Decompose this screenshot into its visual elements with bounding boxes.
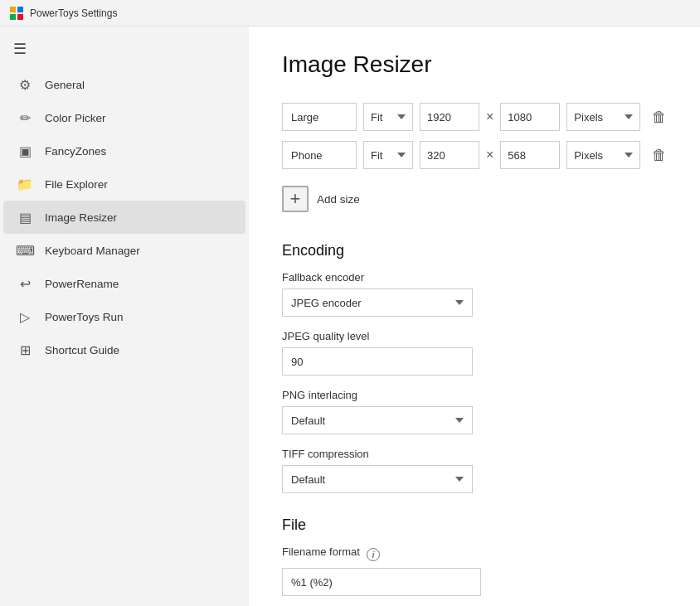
sidebar-item-general[interactable]: ⚙General <box>3 68 245 101</box>
size-height-input-0[interactable] <box>500 103 560 131</box>
fallback-encoder-label: Fallback encoder <box>282 271 667 284</box>
size-height-input-1[interactable] <box>500 141 560 169</box>
sidebar-label-general: General <box>45 79 85 91</box>
size-x-label-0: × <box>486 109 493 124</box>
sidebar-icon-power-rename: ↩ <box>17 275 33 292</box>
sidebar-item-color-picker[interactable]: ✏Color Picker <box>3 101 245 134</box>
sidebar-label-color-picker: Color Picker <box>45 112 106 124</box>
titlebar: PowerToys Settings <box>0 0 700 27</box>
png-interlacing-group: PNG interlacing Default On Off <box>282 389 667 434</box>
sidebar-label-power-rename: PowerRename <box>45 278 119 290</box>
sidebar-icon-general: ⚙ <box>17 76 33 93</box>
svg-rect-3 <box>17 14 23 20</box>
tiff-compression-label: TIFF compression <box>282 448 667 460</box>
add-size-plus-icon: + <box>282 186 309 212</box>
size-name-input-1[interactable] <box>282 141 357 169</box>
sidebar-item-file-explorer[interactable]: 📁File Explorer <box>3 167 245 201</box>
svg-rect-2 <box>10 14 16 20</box>
file-section: File Filename format i Use original date… <box>282 516 667 606</box>
sidebar-icon-file-explorer: 📁 <box>17 176 33 192</box>
size-fit-select-0[interactable]: FillFitStretchTouch <box>363 103 413 131</box>
size-name-input-0[interactable] <box>282 103 357 131</box>
filename-format-info-icon[interactable]: i <box>367 548 380 561</box>
sidebar-label-file-explorer: File Explorer <box>45 178 108 191</box>
size-unit-select-1[interactable]: PixelsCentimetersInchesPercent <box>566 141 640 169</box>
file-section-title: File <box>282 516 667 534</box>
encoding-section-title: Encoding <box>282 242 667 259</box>
tiff-compression-select[interactable]: Default On Off <box>282 465 473 493</box>
size-row: FillFitStretchTouch × PixelsCentimetersI… <box>282 103 667 131</box>
titlebar-title: PowerToys Settings <box>30 7 117 19</box>
sidebar-item-image-resizer[interactable]: ▤Image Resizer <box>3 201 245 234</box>
add-size-label: Add size <box>317 193 360 206</box>
app-icon <box>10 7 23 20</box>
sidebar-item-powertoys-run[interactable]: ▷PowerToys Run <box>3 300 245 333</box>
sidebar-item-fancy-zones[interactable]: ▣FancyZones <box>3 134 245 167</box>
filename-format-input[interactable] <box>282 568 481 596</box>
svg-rect-0 <box>10 7 16 12</box>
sidebar-icon-powertoys-run: ▷ <box>17 308 33 325</box>
sidebar-icon-fancy-zones: ▣ <box>17 143 33 159</box>
filename-format-group: Filename format i <box>282 545 667 596</box>
sidebar-item-power-rename[interactable]: ↩PowerRename <box>3 267 245 300</box>
jpeg-quality-group: JPEG quality level <box>282 330 667 376</box>
page-title: Image Resizer <box>282 51 667 78</box>
size-width-input-1[interactable] <box>420 141 479 169</box>
fallback-encoder-group: Fallback encoder JPEG encoder PNG encode… <box>282 271 667 317</box>
fallback-encoder-select[interactable]: JPEG encoder PNG encoder BMP encoder TIF… <box>282 288 473 317</box>
size-width-input-0[interactable] <box>420 103 479 131</box>
jpeg-quality-label: JPEG quality level <box>282 330 667 342</box>
sidebar-item-shortcut-guide[interactable]: ⊞Shortcut Guide <box>3 333 245 366</box>
jpeg-quality-input[interactable] <box>282 347 473 376</box>
png-interlacing-select[interactable]: Default On Off <box>282 406 473 434</box>
size-fit-select-1[interactable]: FillFitStretchTouch <box>363 141 413 169</box>
sidebar-label-shortcut-guide: Shortcut Guide <box>45 344 119 356</box>
add-size-button[interactable]: + Add size <box>282 179 360 219</box>
sidebar-icon-color-picker: ✏ <box>17 109 33 126</box>
sidebar: ☰ ⚙General✏Color Picker▣FancyZones📁File … <box>0 27 249 606</box>
size-unit-select-0[interactable]: PixelsCentimetersInchesPercent <box>566 103 640 131</box>
size-row: FillFitStretchTouch × PixelsCentimetersI… <box>282 141 667 169</box>
main-content: Image Resizer FillFitStretchTouch × Pixe… <box>249 27 700 606</box>
sidebar-icon-shortcut-guide: ⊞ <box>17 342 33 358</box>
size-x-label-1: × <box>486 148 493 162</box>
sidebar-label-image-resizer: Image Resizer <box>45 211 117 224</box>
hamburger-button[interactable]: ☰ <box>0 33 249 65</box>
sidebar-label-fancy-zones: FancyZones <box>45 145 106 158</box>
sidebar-label-powertoys-run: PowerToys Run <box>45 311 124 323</box>
filename-format-label: Filename format <box>282 545 360 558</box>
svg-rect-1 <box>17 7 23 12</box>
sidebar-item-keyboard-manager[interactable]: ⌨Keyboard Manager <box>3 234 245 267</box>
sidebar-icon-keyboard-manager: ⌨ <box>17 242 33 259</box>
sidebar-label-keyboard-manager: Keyboard Manager <box>45 245 140 257</box>
tiff-compression-group: TIFF compression Default On Off <box>282 448 667 493</box>
size-delete-button-0[interactable]: 🗑 <box>647 105 672 129</box>
size-delete-button-1[interactable]: 🗑 <box>647 143 672 167</box>
png-interlacing-label: PNG interlacing <box>282 389 667 401</box>
sidebar-icon-image-resizer: ▤ <box>17 209 33 225</box>
